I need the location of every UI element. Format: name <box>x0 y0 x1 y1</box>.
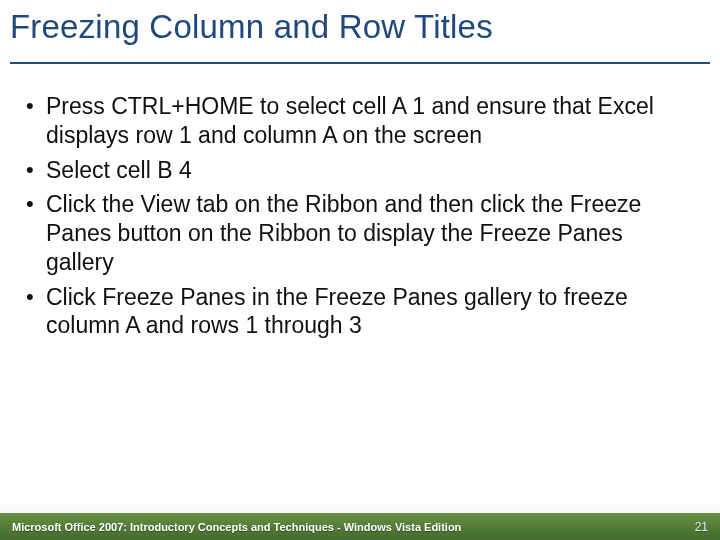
list-item: Click Freeze Panes in the Freeze Panes g… <box>22 283 692 341</box>
list-item: Select cell B 4 <box>22 156 692 185</box>
list-item: Press CTRL+HOME to select cell A 1 and e… <box>22 92 692 150</box>
slide: Freezing Column and Row Titles Press CTR… <box>0 0 720 540</box>
footer-shadow <box>0 503 720 513</box>
list-item: Click the View tab on the Ribbon and the… <box>22 190 692 276</box>
footer-text: Microsoft Office 2007: Introductory Conc… <box>12 521 461 533</box>
slide-title: Freezing Column and Row Titles <box>10 8 493 46</box>
footer-bar: Microsoft Office 2007: Introductory Conc… <box>0 513 720 540</box>
page-number: 21 <box>695 520 708 534</box>
bullet-list: Press CTRL+HOME to select cell A 1 and e… <box>22 92 692 346</box>
title-underline <box>10 62 710 64</box>
